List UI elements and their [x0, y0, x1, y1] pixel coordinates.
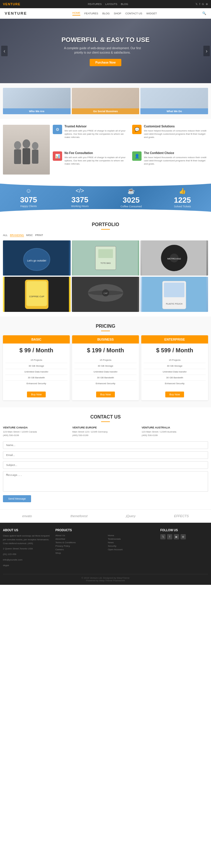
- nav-home[interactable]: HOME: [72, 11, 80, 16]
- footer-rss-icon[interactable]: ⊕: [181, 534, 186, 539]
- footer-link-open-account[interactable]: Open Account: [108, 548, 156, 551]
- footer-link-terms[interactable]: Terms & Conditions: [55, 541, 103, 544]
- enterprise-buy-button[interactable]: Buy Now: [165, 392, 184, 397]
- facebook-icon[interactable]: f: [199, 3, 200, 6]
- partner-jquery: jQuery: [126, 514, 135, 518]
- stat-coffee: ☕ 3025 Coffee Consumed: [106, 187, 157, 208]
- who-card-2[interactable]: Go Social Bussines: [72, 88, 140, 114]
- contact-name-input[interactable]: [3, 441, 208, 449]
- filter-print[interactable]: PRINT: [35, 234, 43, 237]
- svg-text:CAP: CAP: [103, 292, 108, 294]
- topbar-nav-blog[interactable]: BLOG: [121, 3, 128, 6]
- working-hours-label: Working Hours: [54, 205, 106, 208]
- footer-link-testimonials[interactable]: Testimonials: [108, 538, 156, 540]
- business-buy-button[interactable]: Buy Now: [96, 392, 115, 397]
- footer-link-shop[interactable]: Shop: [55, 552, 103, 554]
- footer-link-careers[interactable]: Careers: [55, 548, 103, 551]
- working-hours-number: 3375: [54, 196, 106, 204]
- nav-contact[interactable]: CONTACT US: [125, 12, 143, 15]
- consultation-icon: 📊: [53, 151, 62, 161]
- filter-misc[interactable]: MISC: [26, 234, 33, 237]
- main-nav-logo: VENTURE: [5, 11, 27, 16]
- business-feature-3: Unlimited Data transfer: [74, 369, 137, 375]
- contact-submit-button[interactable]: Send Message: [3, 495, 31, 502]
- search-icon[interactable]: 🔍: [202, 11, 206, 15]
- footer-address: 2 Queen Street,Toronto USA: [3, 547, 51, 551]
- footer-about-title: ABOUT US: [3, 529, 51, 532]
- consultation-text: No Fee Consultation We will work with yo…: [64, 151, 129, 175]
- footer-follow: FOLLOW US 𝕏 f ▶ ⊕: [160, 529, 208, 569]
- basic-feature-3: Unlimited Data transfer: [5, 369, 67, 375]
- portfolio-image-5: CAP: [72, 277, 140, 312]
- contact-subject-input[interactable]: [3, 461, 208, 469]
- customized-desc: We have helped thousands of consumers re…: [144, 129, 208, 139]
- portfolio-item-4[interactable]: COFFEE CUP: [3, 277, 71, 312]
- googleplus-icon[interactable]: G: [202, 3, 204, 6]
- business-feature-1: 15 Projects: [74, 357, 137, 363]
- australia-office-phone: (400) 530-0199: [142, 434, 208, 437]
- contact-email-input[interactable]: [3, 451, 208, 459]
- topbar-nav-layouts[interactable]: LAYOUTS: [105, 3, 117, 6]
- portfolio-item-5[interactable]: CAP: [72, 277, 140, 312]
- rss-icon[interactable]: ⊕: [206, 3, 208, 6]
- pricing-enterprise-header: ENTERPRISE: [141, 335, 208, 343]
- business-feature-4: 30 GB Bandwith: [74, 375, 137, 381]
- nav-blog[interactable]: BLOG: [102, 12, 110, 15]
- nav-widget[interactable]: WIDGET: [146, 12, 157, 15]
- pricing-enterprise-price: $ 599 / Month: [141, 343, 208, 355]
- contact-message-input[interactable]: [3, 471, 208, 492]
- footer-link-home[interactable]: Home: [108, 534, 156, 537]
- nav-features[interactable]: FEATURES: [84, 12, 98, 15]
- footer-youtube-icon[interactable]: ▶: [174, 534, 179, 539]
- feature-consultation: 📊 No Fee Consultation We will work with …: [53, 151, 129, 175]
- enterprise-feature-5: Enhanced Security: [144, 381, 206, 386]
- topbar-nav-features[interactable]: FEATURES: [88, 3, 102, 6]
- footer: ABOUT US Class aptent taciti sociosqu ad…: [0, 523, 211, 585]
- hero-title: POWERFUL & EASY TO USE: [62, 36, 150, 43]
- portfolio-image-4: COFFEE CUP: [3, 277, 71, 312]
- contact-europe: VENTURE EUROPE Main Street 123 / 12345 G…: [72, 426, 139, 437]
- portfolio-image-1: Let's go outside!: [3, 241, 71, 276]
- nav-shop[interactable]: SHOP: [114, 12, 121, 15]
- twitter-icon[interactable]: 𝕏: [195, 3, 198, 6]
- working-hours-icon: </>: [54, 187, 106, 194]
- footer-link-privacy[interactable]: Privacy Policy: [55, 545, 103, 547]
- main-navbar: VENTURE HOME FEATURES BLOG SHOP CONTACT …: [0, 8, 211, 19]
- footer-link-about[interactable]: About Us: [55, 534, 103, 537]
- topbar-nav: FEATURES LAYOUTS BLOG: [88, 3, 128, 6]
- hero-prev-arrow[interactable]: ‹: [1, 46, 8, 56]
- footer-link-security[interactable]: Security: [108, 545, 156, 547]
- consultation-desc: We will work with you FREE of charge to …: [64, 156, 129, 166]
- hero-next-arrow[interactable]: ›: [203, 46, 210, 56]
- footer-link-news[interactable]: News: [108, 541, 156, 544]
- basic-feature-4: 30 GB Bandwith: [5, 375, 67, 381]
- footer-link-advertise[interactable]: Advertise: [55, 538, 103, 540]
- filter-all[interactable]: ALL: [3, 234, 8, 237]
- tickets-label: Solved Tickets: [157, 205, 208, 208]
- enterprise-feature-2: 30 GB Storage: [144, 363, 206, 369]
- portfolio-item-3[interactable]: METRO-KA2: [140, 241, 208, 276]
- tickets-number: 1225: [157, 196, 208, 204]
- svg-rect-28: [164, 283, 185, 297]
- contact-section: CONTACT US VENTURE CANADA 123 Main Stree…: [0, 407, 211, 509]
- portfolio-item-2[interactable]: TOTE BAG: [72, 241, 140, 276]
- footer-twitter-icon[interactable]: 𝕏: [160, 534, 165, 539]
- who-section: Who We Are Go Social Bussines What We Do: [0, 83, 211, 119]
- svg-rect-3: [23, 148, 30, 164]
- confident-desc: We have helped thousands of consumers re…: [144, 156, 208, 166]
- contact-canada: VENTURE CANADA 123 Main Street / 12345 C…: [3, 426, 69, 437]
- filter-branding[interactable]: BRANDING: [10, 234, 24, 237]
- portfolio-item-1[interactable]: Let's go outside!: [3, 241, 71, 276]
- basic-feature-2: 30 GB Storage: [5, 363, 67, 369]
- hero-cta-button[interactable]: Purchase Now: [90, 59, 122, 66]
- footer-facebook-icon[interactable]: f: [167, 534, 172, 539]
- basic-buy-button[interactable]: Buy Now: [27, 392, 46, 397]
- footer-about: ABOUT US Class aptent taciti sociosqu ad…: [3, 529, 51, 569]
- portfolio-item-6[interactable]: PLASTIC POUCH: [140, 277, 208, 312]
- customized-icon: 💬: [132, 125, 142, 134]
- who-card-3[interactable]: What We Do: [140, 88, 208, 114]
- footer-home-links: Links Home Testimonials News Security Op…: [108, 529, 156, 569]
- who-card-1[interactable]: Who We Are: [3, 88, 71, 114]
- trusted-advisor-icon: ⚙: [53, 125, 62, 134]
- customized-text: Customized Solutions We have helped thou…: [144, 125, 208, 148]
